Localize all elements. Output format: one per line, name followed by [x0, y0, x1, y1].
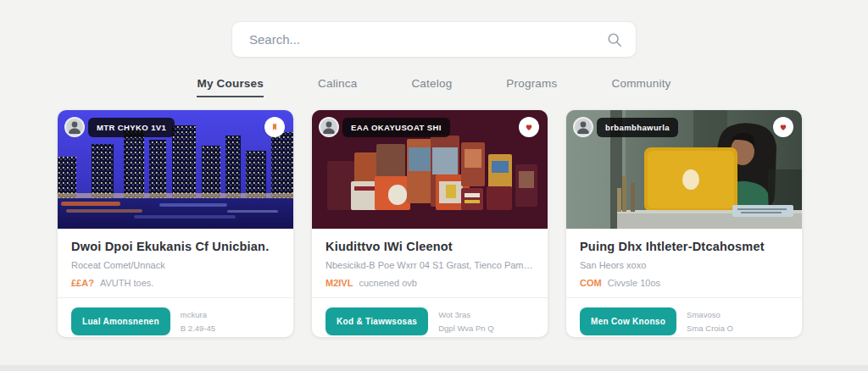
heart-icon	[779, 123, 787, 131]
search-bar[interactable]	[231, 21, 637, 58]
instructor-avatar	[64, 117, 85, 137]
side-caption-line1: Smavoso	[687, 308, 733, 321]
bookmark-icon	[270, 123, 279, 131]
side-caption-line2: Dgpl Wva Pn Q	[438, 322, 493, 335]
course-action-button[interactable]: Kod & Tiawwsosas	[326, 307, 428, 335]
course-meta-rest: cucnened ovb	[359, 278, 417, 288]
side-caption-line2: B 2.49-45	[181, 322, 215, 335]
course-meta-rest: Civvsle 10os	[608, 278, 660, 288]
course-subtitle: Roceat Comet/Unnack	[71, 260, 280, 270]
instructor-avatar	[573, 117, 593, 137]
instructor-avatar	[319, 117, 339, 137]
course-image-woman-laptop: brbambhawurla	[566, 110, 802, 229]
search-input[interactable]	[249, 32, 607, 47]
favorite-button[interactable]	[773, 117, 793, 137]
course-side-caption: mckura B 2.49-45	[181, 308, 215, 334]
instructor-badge: MTR CHYKO 1V1	[64, 117, 175, 137]
course-side-caption: Smavoso Sma Croia O	[687, 308, 733, 334]
course-card-1[interactable]: MTR CHYKO 1V1 Dwoi Dpoi Ekukanis Cf Unic…	[58, 110, 293, 337]
instructor-badge-label: MTR CHYKO 1V1	[88, 118, 175, 137]
card-body: Dwoi Dpoi Ekukanis Cf Unicbian. Roceat C…	[58, 229, 293, 288]
course-meta: ££A? AVUTH toes.	[71, 278, 280, 288]
course-meta: COM Civvsle 10os	[580, 278, 788, 288]
course-action-button[interactable]: Men Cow Knonso	[580, 307, 676, 335]
course-meta-highlight: M2IVL	[326, 278, 353, 288]
course-meta: M2IVL cucnened ovb	[326, 278, 534, 288]
instructor-badge-label: EAA OKAYUSOAT SHI	[342, 118, 450, 137]
heart-icon	[525, 123, 533, 131]
course-card-grid: MTR CHYKO 1V1 Dwoi Dpoi Ekukanis Cf Unic…	[0, 97, 868, 337]
search-icon[interactable]	[607, 32, 622, 47]
course-meta-highlight: ££A?	[71, 278, 94, 288]
course-action-button[interactable]: Lual Amonsnenen	[71, 307, 170, 335]
card-body: Puing Dhx Ihtleter-Dtcahosmet San Heors …	[566, 229, 802, 288]
search-section	[0, 0, 868, 58]
tab-programs[interactable]: Programs	[506, 77, 557, 97]
tab-community[interactable]: Community	[611, 77, 670, 97]
course-subtitle: San Heors xoxo	[580, 260, 788, 270]
instructor-badge: EAA OKAYUSOAT SHI	[319, 117, 450, 137]
card-footer: Men Cow Knonso Smavoso Sma Croia O	[566, 297, 802, 337]
course-title: Kiudittvo IWi Cleenot	[326, 240, 534, 253]
course-image-book-collage: EAA OKAYUSOAT SHI	[312, 110, 548, 229]
bottom-strip	[0, 365, 868, 371]
card-body: Kiudittvo IWi Cleenot Nbesicikd-B Poe Wx…	[312, 229, 548, 288]
side-caption-line1: mckura	[181, 308, 215, 321]
course-meta-rest: AVUTH toes.	[100, 278, 153, 288]
card-footer: Kod & Tiawwsosas Wot 3ras Dgpl Wva Pn Q	[312, 297, 548, 337]
side-caption-line1: Wot 3ras	[438, 308, 493, 321]
course-side-caption: Wot 3ras Dgpl Wva Pn Q	[438, 308, 493, 334]
tab-my-courses[interactable]: My Courses	[197, 77, 264, 97]
tab-catalog[interactable]: Catelog	[411, 77, 452, 97]
side-caption-line2: Sma Croia O	[687, 322, 733, 335]
card-footer: Lual Amonsnenen mckura B 2.49-45	[58, 297, 293, 337]
course-card-2[interactable]: EAA OKAYUSOAT SHI Kiudittvo IWi Cleenot …	[312, 110, 548, 337]
instructor-badge: brbambhawurla	[573, 117, 678, 137]
course-title: Dwoi Dpoi Ekukanis Cf Unicbian.	[71, 240, 280, 253]
course-card-3[interactable]: brbambhawurla Puing Dhx Ihtleter-Dtcahos…	[566, 110, 802, 337]
course-image-city-night: MTR CHYKO 1V1	[58, 110, 293, 229]
instructor-badge-label: brbambhawurla	[597, 118, 678, 137]
course-subtitle: Nbesicikd-B Poe Wxrr 04 S1 Grast, Tienco…	[326, 260, 534, 270]
course-title: Puing Dhx Ihtleter-Dtcahosmet	[580, 240, 788, 253]
favorite-button[interactable]	[264, 117, 285, 137]
nav-tabs: My Courses Calinca Catelog Programs Comm…	[0, 77, 868, 97]
course-meta-highlight: COM	[580, 278, 602, 288]
tab-calinca[interactable]: Calinca	[318, 77, 357, 97]
favorite-button[interactable]	[519, 117, 539, 137]
